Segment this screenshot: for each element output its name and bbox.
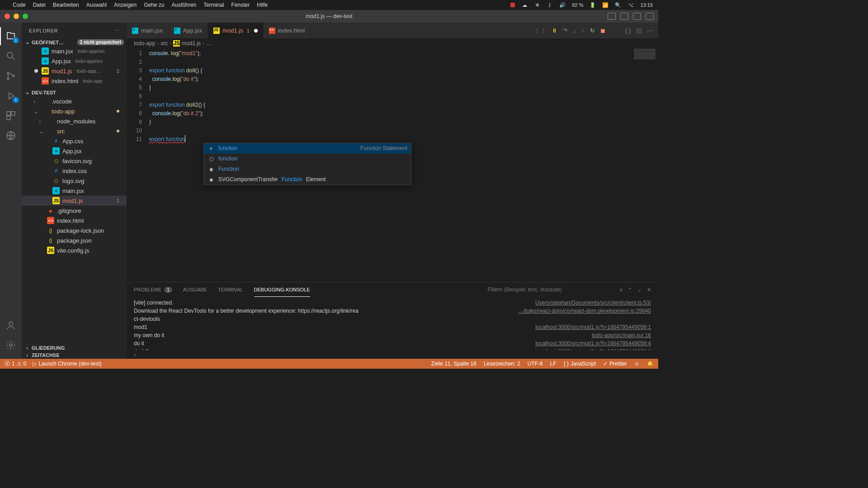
window-min-button[interactable] [14, 14, 19, 19]
open-editor-item[interactable]: JS mod1.js todo-app… 1 [22, 66, 127, 76]
workspace-header[interactable]: ⌄ DEV-TEST [22, 89, 127, 96]
console-line[interactable]: my own do it todo-app/src/main.jsx:16 [134, 331, 651, 339]
open-editors-header[interactable]: ⌄ GEÖFFNET… 1 nicht gespeichert [22, 38, 127, 46]
breadcrumb[interactable]: todo-app› src› JS mod1.js› … [127, 38, 658, 48]
autocomplete-item[interactable]: ▢ function [204, 154, 411, 164]
open-editor-item[interactable]: <> index.html todo-app [22, 76, 127, 86]
code-line[interactable]: console.log("do it"); [149, 75, 631, 84]
code-line[interactable]: } [149, 84, 631, 92]
tree-item[interactable]: ⌄ src [22, 126, 127, 136]
control-center-icon[interactable]: ⌥ [627, 2, 634, 8]
status-eol[interactable]: LF [550, 361, 557, 367]
code-line[interactable]: } [149, 118, 631, 127]
panel-filter-input[interactable] [488, 286, 614, 293]
code-line[interactable]: console. log("mod1"); [149, 49, 631, 58]
tree-item[interactable]: JS mod1.js 1 [22, 196, 127, 206]
console-source-link[interactable]: localhost:3000/src/mod1.js?t=16647954490… [535, 323, 651, 331]
debug-pause-icon[interactable]: ⏸ [552, 27, 557, 34]
outline-header[interactable]: › GLIEDERUNG [22, 344, 127, 352]
tree-item[interactable]: › .vscode [22, 96, 127, 106]
code-editor[interactable]: console. log("mod1");export function doI… [149, 48, 631, 282]
tree-item[interactable]: # App.css [22, 136, 127, 146]
console-prompt[interactable]: › [127, 350, 658, 359]
recording-icon[interactable] [510, 3, 515, 7]
tree-item[interactable]: ⬡ favicon.svg [22, 156, 127, 166]
tree-item[interactable]: # index.css [22, 166, 127, 176]
tree-item[interactable]: JS vite.config.js [22, 245, 127, 255]
open-editor-item[interactable]: ⚛ App.jsx todo-app/src [22, 56, 127, 66]
timeline-header[interactable]: › ZEITACHSE [22, 352, 127, 359]
menu-app[interactable]: Code [13, 2, 26, 8]
status-feedback-icon[interactable]: ☺ [634, 361, 640, 367]
tree-item[interactable]: › node_modules [22, 116, 127, 126]
editor-tab[interactable]: JS mod1.js 1 [208, 23, 264, 38]
console-source-link[interactable]: todo-app/src/main.jsx:16 [592, 331, 651, 339]
status-position[interactable]: Zeile 11, Spalte 16 [431, 361, 476, 367]
activity-account[interactable] [0, 316, 22, 334]
volume-icon[interactable]: 🔊 [559, 2, 566, 8]
tree-item[interactable]: <> index.html [22, 216, 127, 225]
menu-terminal[interactable]: Terminal [203, 2, 224, 8]
drag-handle-icon[interactable]: ⋮⋮ [534, 27, 546, 34]
autocomplete-popup[interactable]: ≡ function Function Statement ▢ function… [203, 143, 411, 185]
line-gutter[interactable]: 1234567891011 [127, 48, 149, 282]
tree-item[interactable]: ◆ .gitignore [22, 206, 127, 216]
menu-view[interactable]: Anzeigen [114, 2, 137, 8]
menu-go[interactable]: Gehe zu [144, 2, 164, 8]
window-close-button[interactable] [5, 14, 10, 19]
tree-item[interactable]: ⌄ todo-app [22, 106, 127, 116]
layout-sidebar-right-icon[interactable] [633, 13, 641, 20]
panel-tab-problems[interactable]: PROBLEME 1 [134, 282, 172, 297]
activity-extensions[interactable] [0, 107, 22, 125]
console-line[interactable]: mod1 localhost:3000/src/mod1.js?t=166479… [134, 323, 651, 331]
status-encoding[interactable]: UTF-8 [528, 361, 543, 367]
menu-file[interactable]: Datei [33, 2, 46, 8]
tree-item[interactable]: {} package-lock.json [22, 225, 127, 235]
console-source-link[interactable]: …dules/react-dom/cjs/react-dom.developme… [518, 307, 651, 315]
editor-tab[interactable]: ⚛ main.jsx [127, 23, 169, 38]
menu-run[interactable]: Ausführen [172, 2, 197, 8]
panel-close-icon[interactable]: ✕ [647, 287, 651, 293]
tree-item[interactable]: {} package.json [22, 235, 127, 245]
status-bell-icon[interactable]: 🔔 [647, 361, 654, 367]
debug-restart-icon[interactable]: ↻ [590, 27, 595, 34]
activity-explorer[interactable]: 1 [0, 27, 22, 45]
menu-selection[interactable]: Auswahl [86, 2, 107, 8]
fan-icon[interactable]: ✲ [534, 2, 540, 8]
status-lang[interactable]: { }JavaScript [564, 361, 596, 367]
code-line[interactable] [149, 127, 631, 135]
debug-stepout-icon[interactable]: ↑ [581, 27, 585, 34]
editor-tab[interactable]: ⚛ App.jsx [169, 23, 208, 38]
menu-window[interactable]: Fenster [231, 2, 250, 8]
activity-debug[interactable]: 1 [0, 87, 22, 105]
cloud-icon[interactable]: ☁ [521, 2, 528, 8]
tree-item[interactable]: ⚛ main.jsx [22, 186, 127, 196]
panel-collapse-icon[interactable]: ⌄ [637, 287, 642, 293]
activity-search[interactable] [0, 47, 22, 65]
menu-help[interactable]: Hilfe [257, 2, 268, 8]
battery-icon[interactable]: 🔋 [590, 2, 596, 8]
panel-tab-terminal[interactable]: TERMINAL [218, 282, 243, 297]
open-editor-item[interactable]: ⚛ main.jsx todo-app/src [22, 46, 127, 56]
status-bookmarks[interactable]: Lesezeichen: 2 [484, 361, 520, 367]
search-icon[interactable]: 🔍 [615, 2, 621, 8]
autocomplete-item[interactable]: ◉ Function [204, 164, 411, 174]
console-source-link[interactable]: Users/stephan/Documents/src/client/clien… [535, 299, 651, 307]
split-editor-icon[interactable]: ◫ [636, 27, 642, 34]
sidebar-more-icon[interactable]: ⋯ [114, 28, 120, 33]
editor-tab[interactable]: <> index.html [264, 23, 311, 38]
code-line[interactable] [149, 58, 631, 66]
battery-percent[interactable]: 82 % [572, 2, 583, 8]
bluetooth-icon[interactable]: ᛒ [547, 2, 553, 8]
layout-panel-icon[interactable] [620, 13, 628, 20]
layout-sidebar-left-icon[interactable] [608, 13, 616, 20]
autocomplete-item[interactable]: ≡ function Function Statement [204, 143, 411, 154]
activity-scm[interactable] [0, 67, 22, 85]
code-line[interactable]: export function doIt() { [149, 66, 631, 75]
status-errors[interactable]: ⓧ1 ⚠0 [5, 360, 26, 368]
braces-icon[interactable]: { } [625, 27, 631, 34]
layout-customize-icon[interactable] [646, 13, 654, 20]
panel-tab-output[interactable]: AUSGABE [183, 282, 207, 297]
activity-settings[interactable] [0, 336, 22, 354]
minimap[interactable] [631, 48, 658, 282]
